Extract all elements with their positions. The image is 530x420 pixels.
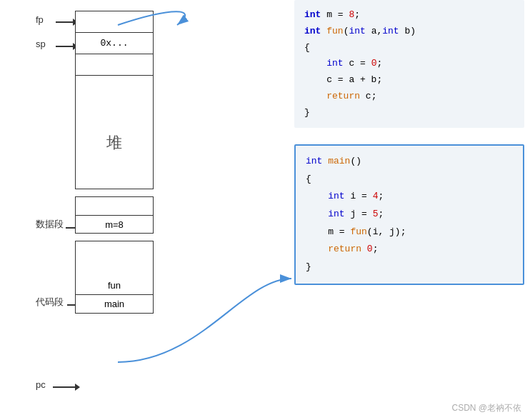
code-segment-empty	[75, 241, 154, 276]
sp-label: sp	[36, 39, 46, 49]
pc-label: pc	[36, 379, 46, 390]
watermark: CSDN @老衲不依	[451, 402, 521, 414]
code-main-cell: main	[75, 295, 154, 314]
fp-label: fp	[36, 14, 44, 25]
code-segment-label: 代码段	[36, 296, 64, 309]
code-panel-main: int main() { int i = 4; int j = 5; m = f…	[294, 144, 524, 285]
stack-cell-top	[75, 11, 154, 32]
data-m-cell: m=8	[75, 215, 154, 234]
data-segment-header	[75, 196, 154, 215]
code-panel-top: int m = 8; int fun(int a,int b) { int c …	[294, 0, 524, 128]
data-segment-label: 数据段	[36, 218, 64, 231]
code-fun-cell: fun	[75, 276, 154, 295]
stack-cell-0x: 0x...	[75, 32, 154, 54]
heap-area: 堆	[75, 96, 154, 189]
